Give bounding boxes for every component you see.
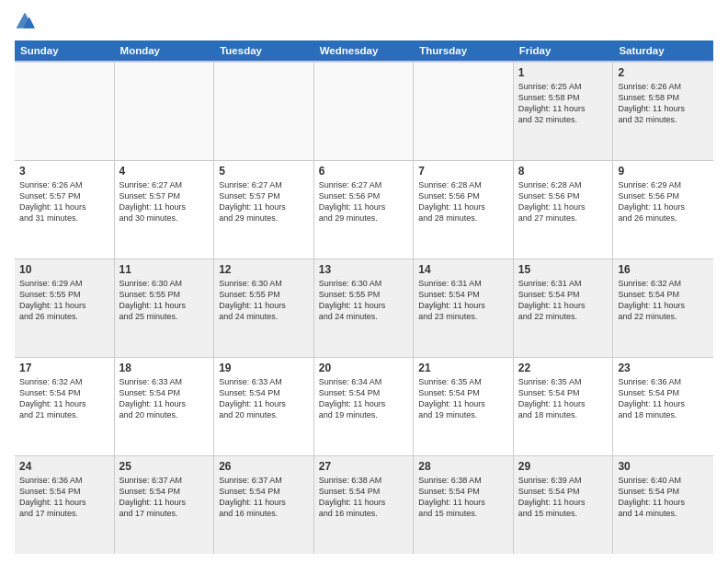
empty-cell — [414, 63, 514, 160]
day-number: 22 — [518, 362, 609, 374]
day-cell-19: 19Sunrise: 6:33 AMSunset: 5:54 PMDayligh… — [214, 358, 314, 455]
day-cell-16: 16Sunrise: 6:32 AMSunset: 5:54 PMDayligh… — [613, 259, 713, 357]
cell-info: Sunrise: 6:27 AMSunset: 5:57 PMDaylight:… — [119, 179, 210, 224]
header-day-friday: Friday — [514, 40, 614, 61]
day-number: 19 — [219, 362, 309, 374]
header-day-wednesday: Wednesday — [314, 40, 415, 61]
cell-info: Sunrise: 6:30 AMSunset: 5:55 PMDaylight:… — [119, 278, 210, 323]
cell-info: Sunrise: 6:35 AMSunset: 5:54 PMDaylight:… — [518, 376, 609, 421]
day-cell-20: 20Sunrise: 6:34 AMSunset: 5:54 PMDayligh… — [314, 358, 415, 455]
day-number: 16 — [618, 263, 709, 276]
cell-info: Sunrise: 6:38 AMSunset: 5:54 PMDaylight:… — [319, 475, 409, 520]
cell-info: Sunrise: 6:39 AMSunset: 5:54 PMDaylight:… — [518, 475, 609, 520]
day-number: 12 — [219, 263, 309, 276]
cell-info: Sunrise: 6:25 AMSunset: 5:58 PMDaylight:… — [518, 81, 609, 126]
empty-cell — [15, 63, 115, 160]
day-cell-8: 8Sunrise: 6:28 AMSunset: 5:56 PMDaylight… — [514, 161, 614, 259]
day-cell-15: 15Sunrise: 6:31 AMSunset: 5:54 PMDayligh… — [514, 259, 614, 357]
day-cell-2: 2Sunrise: 6:26 AMSunset: 5:58 PMDaylight… — [613, 63, 713, 160]
header-day-monday: Monday — [115, 40, 215, 61]
day-cell-1: 1Sunrise: 6:25 AMSunset: 5:58 PMDaylight… — [514, 63, 614, 160]
day-number: 2 — [618, 66, 709, 79]
day-cell-4: 4Sunrise: 6:27 AMSunset: 5:57 PMDaylight… — [115, 161, 215, 259]
cell-info: Sunrise: 6:31 AMSunset: 5:54 PMDaylight:… — [418, 278, 508, 323]
cell-info: Sunrise: 6:30 AMSunset: 5:55 PMDaylight:… — [319, 278, 409, 323]
cell-info: Sunrise: 6:30 AMSunset: 5:55 PMDaylight:… — [219, 278, 309, 323]
calendar-row-2: 10Sunrise: 6:29 AMSunset: 5:55 PMDayligh… — [15, 259, 713, 358]
header-day-sunday: Sunday — [15, 40, 115, 61]
day-cell-7: 7Sunrise: 6:28 AMSunset: 5:56 PMDaylight… — [414, 161, 514, 259]
page: SundayMondayTuesdayWednesdayThursdayFrid… — [0, 0, 728, 563]
cell-info: Sunrise: 6:33 AMSunset: 5:54 PMDaylight:… — [219, 376, 309, 421]
day-cell-23: 23Sunrise: 6:36 AMSunset: 5:54 PMDayligh… — [613, 358, 713, 455]
calendar: SundayMondayTuesdayWednesdayThursdayFrid… — [15, 40, 713, 554]
header-day-thursday: Thursday — [414, 40, 514, 61]
cell-info: Sunrise: 6:37 AMSunset: 5:54 PMDaylight:… — [219, 475, 309, 520]
day-number: 26 — [219, 460, 309, 473]
day-number: 24 — [19, 460, 109, 473]
day-cell-28: 28Sunrise: 6:38 AMSunset: 5:54 PMDayligh… — [414, 456, 514, 554]
day-number: 15 — [518, 263, 609, 276]
day-number: 4 — [119, 165, 210, 178]
calendar-row-4: 24Sunrise: 6:36 AMSunset: 5:54 PMDayligh… — [15, 456, 713, 554]
cell-info: Sunrise: 6:34 AMSunset: 5:54 PMDaylight:… — [319, 376, 409, 421]
day-cell-27: 27Sunrise: 6:38 AMSunset: 5:54 PMDayligh… — [314, 456, 415, 554]
day-number: 13 — [319, 263, 409, 276]
day-number: 28 — [418, 460, 508, 473]
cell-info: Sunrise: 6:28 AMSunset: 5:56 PMDaylight:… — [518, 179, 609, 224]
day-cell-24: 24Sunrise: 6:36 AMSunset: 5:54 PMDayligh… — [15, 456, 115, 554]
day-cell-22: 22Sunrise: 6:35 AMSunset: 5:54 PMDayligh… — [514, 358, 614, 455]
day-number: 21 — [418, 362, 508, 374]
cell-info: Sunrise: 6:40 AMSunset: 5:54 PMDaylight:… — [618, 475, 709, 520]
day-cell-17: 17Sunrise: 6:32 AMSunset: 5:54 PMDayligh… — [15, 358, 115, 455]
day-number: 14 — [418, 263, 508, 276]
day-cell-25: 25Sunrise: 6:37 AMSunset: 5:54 PMDayligh… — [115, 456, 215, 554]
cell-info: Sunrise: 6:36 AMSunset: 5:54 PMDaylight:… — [618, 376, 709, 421]
day-number: 9 — [618, 165, 709, 178]
day-number: 29 — [518, 460, 609, 473]
day-cell-14: 14Sunrise: 6:31 AMSunset: 5:54 PMDayligh… — [414, 259, 514, 357]
calendar-body: 1Sunrise: 6:25 AMSunset: 5:58 PMDaylight… — [15, 61, 713, 554]
empty-cell — [314, 63, 415, 160]
day-number: 11 — [119, 263, 210, 276]
cell-info: Sunrise: 6:27 AMSunset: 5:56 PMDaylight:… — [319, 179, 409, 224]
day-cell-5: 5Sunrise: 6:27 AMSunset: 5:57 PMDaylight… — [214, 161, 314, 259]
day-number: 17 — [19, 362, 109, 374]
cell-info: Sunrise: 6:37 AMSunset: 5:54 PMDaylight:… — [119, 475, 210, 520]
cell-info: Sunrise: 6:29 AMSunset: 5:55 PMDaylight:… — [19, 278, 109, 323]
cell-info: Sunrise: 6:29 AMSunset: 5:56 PMDaylight:… — [618, 179, 709, 224]
cell-info: Sunrise: 6:38 AMSunset: 5:54 PMDaylight:… — [418, 475, 508, 520]
cell-info: Sunrise: 6:28 AMSunset: 5:56 PMDaylight:… — [418, 179, 508, 224]
day-cell-30: 30Sunrise: 6:40 AMSunset: 5:54 PMDayligh… — [613, 456, 713, 554]
day-cell-3: 3Sunrise: 6:26 AMSunset: 5:57 PMDaylight… — [15, 161, 115, 259]
day-number: 23 — [618, 362, 709, 374]
day-cell-21: 21Sunrise: 6:35 AMSunset: 5:54 PMDayligh… — [414, 358, 514, 455]
calendar-row-3: 17Sunrise: 6:32 AMSunset: 5:54 PMDayligh… — [15, 358, 713, 456]
day-cell-9: 9Sunrise: 6:29 AMSunset: 5:56 PMDaylight… — [613, 161, 713, 259]
day-number: 5 — [219, 165, 309, 178]
day-cell-11: 11Sunrise: 6:30 AMSunset: 5:55 PMDayligh… — [115, 259, 215, 357]
day-number: 30 — [618, 460, 709, 473]
day-cell-13: 13Sunrise: 6:30 AMSunset: 5:55 PMDayligh… — [314, 259, 415, 357]
day-number: 6 — [319, 165, 409, 178]
cell-info: Sunrise: 6:33 AMSunset: 5:54 PMDaylight:… — [119, 376, 210, 421]
cell-info: Sunrise: 6:26 AMSunset: 5:57 PMDaylight:… — [19, 179, 109, 224]
day-number: 3 — [19, 165, 109, 178]
logo — [15, 11, 39, 33]
calendar-row-1: 3Sunrise: 6:26 AMSunset: 5:57 PMDaylight… — [15, 161, 713, 259]
day-number: 20 — [319, 362, 409, 374]
cell-info: Sunrise: 6:32 AMSunset: 5:54 PMDaylight:… — [19, 376, 109, 421]
day-number: 25 — [119, 460, 210, 473]
logo-icon — [15, 11, 35, 31]
empty-cell — [214, 63, 314, 160]
day-number: 8 — [518, 165, 609, 178]
cell-info: Sunrise: 6:35 AMSunset: 5:54 PMDaylight:… — [418, 376, 508, 421]
day-number: 27 — [319, 460, 409, 473]
day-cell-29: 29Sunrise: 6:39 AMSunset: 5:54 PMDayligh… — [514, 456, 614, 554]
cell-info: Sunrise: 6:36 AMSunset: 5:54 PMDaylight:… — [19, 475, 109, 520]
day-cell-26: 26Sunrise: 6:37 AMSunset: 5:54 PMDayligh… — [214, 456, 314, 554]
header — [15, 11, 713, 33]
day-cell-18: 18Sunrise: 6:33 AMSunset: 5:54 PMDayligh… — [115, 358, 215, 455]
calendar-row-0: 1Sunrise: 6:25 AMSunset: 5:58 PMDaylight… — [15, 63, 713, 161]
day-number: 7 — [418, 165, 508, 178]
